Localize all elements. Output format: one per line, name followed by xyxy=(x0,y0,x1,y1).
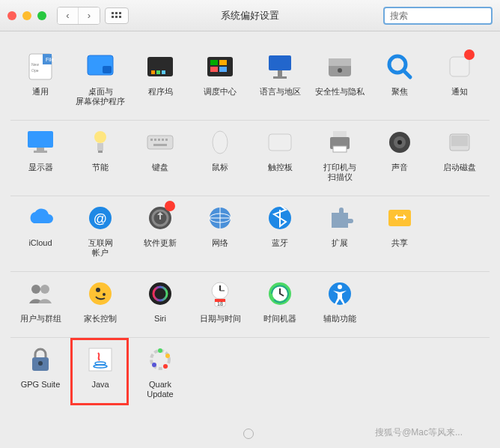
svg-point-70 xyxy=(96,288,100,292)
pref-sound[interactable]: 声音 xyxy=(370,127,430,182)
maximize-window-button[interactable] xyxy=(37,11,46,20)
svg-rect-15 xyxy=(103,66,112,73)
svg-rect-35 xyxy=(37,148,44,151)
pref-label: 安全性与隐私 xyxy=(315,87,365,97)
svg-rect-42 xyxy=(154,139,156,141)
pref-quark[interactable]: Quark Update xyxy=(130,344,190,399)
svg-point-91 xyxy=(165,354,170,358)
pref-label: 显示器 xyxy=(28,163,53,172)
minimize-window-button[interactable] xyxy=(22,11,31,20)
dock-icon xyxy=(144,51,176,82)
pref-mouse[interactable]: 鼠标 xyxy=(190,127,250,182)
internet-icon: @ xyxy=(85,202,116,234)
pref-icloud[interactable]: iCloud xyxy=(10,202,70,258)
pref-keyboard[interactable]: 键盘 xyxy=(130,127,190,182)
svg-rect-5 xyxy=(119,16,121,18)
pref-general[interactable]: FileNewOpe通用 xyxy=(10,51,70,106)
pref-language[interactable]: 语言与地区 xyxy=(250,51,310,106)
preferences-row: 用户与群组家长控制Siri18日期与时间时间机器辅助功能 xyxy=(10,272,490,338)
show-all-button[interactable] xyxy=(105,7,129,24)
pref-startup[interactable]: 启动磁盘 xyxy=(430,127,490,182)
pref-desktop[interactable]: 桌面与 屏幕保护程序 xyxy=(70,51,130,106)
pref-gpgsuite[interactable]: GPG Suite xyxy=(10,344,70,399)
desktop-icon xyxy=(85,51,116,82)
svg-rect-33 xyxy=(450,57,469,76)
svg-rect-43 xyxy=(158,139,160,141)
svg-rect-39 xyxy=(98,151,103,153)
pref-energy[interactable]: 节能 xyxy=(70,127,130,182)
pref-sharing[interactable]: 共享 xyxy=(370,202,430,258)
sohu-logo xyxy=(243,429,254,439)
pref-label: Quark Update xyxy=(147,380,173,399)
pref-extensions[interactable]: 扩展 xyxy=(310,202,370,258)
pref-siri[interactable]: Siri xyxy=(130,278,190,324)
pref-bluetooth[interactable]: 蓝牙 xyxy=(250,202,310,258)
pref-datetime[interactable]: 18日期与时间 xyxy=(190,278,250,324)
svg-rect-23 xyxy=(210,67,218,72)
pref-trackpad[interactable]: 触控板 xyxy=(250,127,310,182)
mouse-icon xyxy=(204,127,236,158)
svg-rect-51 xyxy=(333,146,347,152)
traffic-lights xyxy=(7,11,46,20)
pref-label: 家长控制 xyxy=(84,314,117,324)
pref-dock[interactable]: 程序坞 xyxy=(130,51,190,106)
svg-point-85 xyxy=(38,361,43,366)
svg-point-83 xyxy=(338,285,342,289)
accessibility-icon xyxy=(324,278,356,309)
pref-security[interactable]: 安全性与隐私 xyxy=(310,51,370,106)
pref-network[interactable]: 网络 xyxy=(190,202,250,258)
watermark: 搜狐号@Mac等风来... xyxy=(375,426,463,439)
svg-rect-17 xyxy=(151,70,155,74)
preferences-row: 显示器节能键盘鼠标触控板打印机与 扫描仪声音启动磁盘 xyxy=(10,121,490,196)
svg-text:Ope: Ope xyxy=(31,68,39,73)
svg-point-90 xyxy=(158,348,162,353)
svg-rect-34 xyxy=(28,131,53,148)
search-field[interactable] xyxy=(383,7,493,25)
datetime-icon: 18 xyxy=(204,278,236,309)
pref-software-update[interactable]: 软件更新 xyxy=(130,202,190,258)
svg-rect-1 xyxy=(115,12,118,14)
svg-point-93 xyxy=(152,363,156,367)
svg-rect-3 xyxy=(112,16,114,18)
svg-rect-21 xyxy=(210,60,218,65)
svg-rect-44 xyxy=(162,139,164,141)
svg-rect-4 xyxy=(115,16,118,18)
svg-rect-29 xyxy=(329,58,351,66)
pref-timemachine[interactable]: 时间机器 xyxy=(250,278,310,324)
pref-spotlight[interactable]: 聚焦 xyxy=(370,51,430,106)
pref-java[interactable]: Java xyxy=(70,344,130,399)
svg-rect-46 xyxy=(153,144,167,146)
svg-rect-19 xyxy=(162,70,165,74)
svg-text:18: 18 xyxy=(217,301,223,306)
close-window-button[interactable] xyxy=(7,11,16,20)
pref-label: 辅助功能 xyxy=(323,314,356,324)
svg-rect-40 xyxy=(147,136,173,149)
preferences-row: iCloud@互联网 帐户软件更新网络蓝牙扩展共享 xyxy=(10,196,490,272)
pref-printers[interactable]: 打印机与 扫描仪 xyxy=(310,127,370,182)
svg-text:@: @ xyxy=(94,211,107,226)
quark-icon xyxy=(144,344,176,375)
pref-notifications[interactable]: 通知 xyxy=(430,51,490,106)
users-icon xyxy=(25,278,56,309)
pref-label: 互联网 帐户 xyxy=(88,238,113,258)
pref-internet[interactable]: @互联网 帐户 xyxy=(70,202,130,258)
preferences-row: GPG SuiteJavaQuark Update xyxy=(10,338,490,413)
pref-users[interactable]: 用户与群组 xyxy=(10,278,70,324)
pref-accessibility[interactable]: 辅助功能 xyxy=(310,278,370,324)
pref-label: 蓝牙 xyxy=(272,238,288,248)
pref-mission-control[interactable]: 调度中心 xyxy=(190,51,250,106)
pref-label: 聚焦 xyxy=(391,87,408,97)
pref-displays[interactable]: 显示器 xyxy=(10,127,70,182)
window-title: 系统偏好设置 xyxy=(221,9,279,22)
timemachine-icon xyxy=(264,278,296,309)
notification-badge xyxy=(464,49,475,60)
forward-button[interactable]: › xyxy=(79,7,100,24)
search-input[interactable] xyxy=(390,10,500,21)
svg-text:New: New xyxy=(31,62,39,67)
svg-line-32 xyxy=(403,70,410,77)
pref-parental[interactable]: 家长控制 xyxy=(70,278,130,324)
sound-icon xyxy=(384,127,415,158)
svg-rect-45 xyxy=(165,139,168,141)
bluetooth-icon xyxy=(264,202,296,234)
back-button[interactable]: ‹ xyxy=(58,7,79,24)
